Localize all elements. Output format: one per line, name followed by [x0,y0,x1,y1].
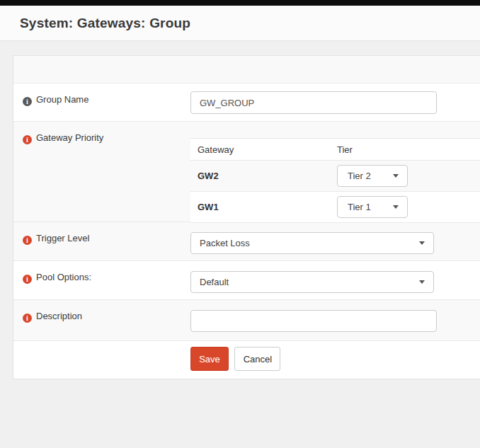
tier-select-value: Tier 2 [348,171,371,181]
description-label-cell: iDescription [13,300,190,340]
trigger-level-select[interactable]: Packet Loss [190,232,434,254]
tier-select[interactable]: Tier 2 [337,165,408,187]
page-header: System: Gateways: Group [0,6,480,41]
group-name-input[interactable] [190,91,437,114]
group-name-label-cell: iGroup Name [13,84,190,121]
chevron-down-icon [393,205,399,209]
chevron-down-icon [419,241,425,245]
pool-options-select[interactable]: Default [190,271,434,293]
gateway-group-form-panel: iGroup Name iGateway Priority Gateway Ti… [13,55,480,379]
gateway-name: GW1 [198,202,337,212]
group-name-label: Group Name [36,94,88,105]
info-icon: i [23,275,32,284]
info-icon: i [23,236,32,245]
group-name-row: iGroup Name [13,84,480,122]
pool-options-select-value: Default [200,277,229,287]
chevron-down-icon [419,280,425,284]
panel-header-strip [13,56,480,84]
info-icon: i [23,135,32,144]
trigger-level-row: iTrigger Level Packet Loss [13,222,480,261]
tier-select[interactable]: Tier 1 [337,196,408,218]
page-title: System: Gateways: Group [20,16,190,31]
gateway-priority-table-header: Gateway Tier [190,139,480,161]
description-row: iDescription [13,300,480,341]
table-row: GW1 Tier 1 [190,192,480,223]
gateway-priority-label-cell: iGateway Priority [13,122,190,222]
pool-options-label: Pool Options: [36,272,91,282]
trigger-level-select-value: Packet Loss [200,238,250,248]
column-header-tier: Tier [337,144,480,155]
trigger-level-label: Trigger Level [36,233,89,243]
save-button[interactable]: Save [190,347,229,371]
gateway-priority-table: Gateway Tier GW2 Tier 2 GW1 [190,138,480,223]
pool-options-label-cell: iPool Options: [13,261,190,299]
gateway-priority-label: Gateway Priority [36,132,103,143]
table-row: GW2 Tier 2 [190,161,480,192]
gateway-priority-row: iGateway Priority Gateway Tier GW2 Tier … [13,122,480,222]
description-label: Description [36,311,82,321]
cancel-button[interactable]: Cancel [234,347,280,371]
column-header-gateway: Gateway [198,144,337,155]
info-icon: i [23,314,32,323]
actions-row: Save Cancel [13,341,480,379]
chevron-down-icon [393,174,399,178]
top-black-bar [0,0,480,6]
pool-options-row: iPool Options: Default [13,261,480,300]
page-body: iGroup Name iGateway Priority Gateway Ti… [0,41,480,379]
trigger-level-label-cell: iTrigger Level [13,222,190,260]
description-input[interactable] [190,310,437,332]
info-icon: i [23,97,32,106]
gateway-name: GW2 [198,171,337,181]
tier-select-value: Tier 1 [348,202,371,212]
